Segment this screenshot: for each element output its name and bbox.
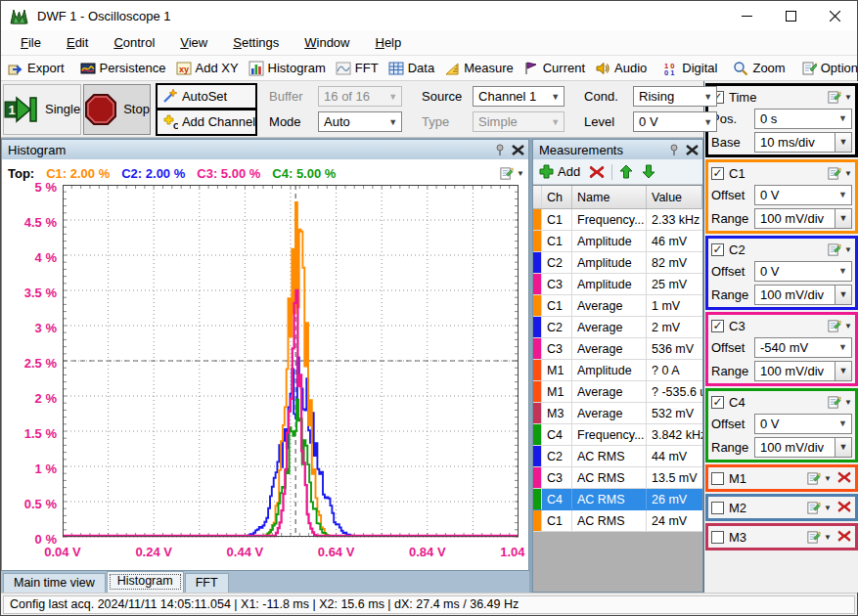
buffer-select[interactable]: 16 of 16▼ [318,86,402,107]
move-up-icon[interactable] [617,163,635,180]
measurement-row[interactable]: C2AC RMS44 mV [533,446,702,467]
properties-icon[interactable]: ▼ [826,166,852,181]
c3-range-select[interactable]: 100 mV/div▼ [754,361,852,381]
chevron-down-icon[interactable]: ▼ [824,504,832,512]
properties-icon[interactable]: ▼ [826,395,852,410]
level-select[interactable]: 0 V▼ [633,111,717,132]
condition-select[interactable]: Rising▼ [633,86,717,107]
menu-file[interactable]: File [9,31,53,54]
chevron-down-icon[interactable]: ▼ [824,474,832,483]
tab-histogram[interactable]: Histogram [107,571,184,593]
chevron-down-icon[interactable]: ▼ [835,286,851,304]
menu-window[interactable]: Window [293,31,361,54]
close-icon[interactable] [813,1,857,30]
menu-edit[interactable]: Edit [55,31,100,54]
measurement-row[interactable]: M1Average? -535.6 uA [533,381,702,403]
chevron-down-icon[interactable]: ▼ [835,133,851,152]
delete-measurement-icon[interactable] [587,164,607,180]
chevron-down-icon[interactable]: ▼ [838,190,851,199]
col-value[interactable]: Value [647,186,702,208]
c4-offset-select[interactable]: 0 V▼ [754,414,852,434]
col-ch[interactable]: Ch [542,186,572,208]
chevron-down-icon[interactable]: ▼ [838,113,851,123]
chevron-down-icon[interactable]: ▼ [835,209,851,228]
measurement-row[interactable]: C4Frequency...3.842 kHz [533,424,702,446]
source-select[interactable]: Channel 1▼ [473,86,564,107]
toolbar-digital-button[interactable]: 1 00 1Digital [657,59,722,78]
properties-icon[interactable]: ▼ [805,471,832,486]
measurement-row[interactable]: C2Average2 mV [533,317,702,338]
measurement-row[interactable]: C2Amplitude82 mV [533,252,702,274]
chevron-down-icon[interactable]: ▼ [844,245,852,254]
measurement-row[interactable]: C1AC RMS24 mV [533,510,702,532]
c1-range-select[interactable]: 100 mV/div▼ [754,208,852,229]
menu-help[interactable]: Help [363,31,413,54]
m1-checkbox[interactable] [711,472,724,485]
c2-checkbox[interactable]: ✓ [711,243,724,256]
chevron-down-icon[interactable]: ▼ [838,342,851,352]
measurement-row[interactable]: C3Amplitude25 mV [533,274,702,295]
c3-checkbox[interactable]: ✓ [711,320,724,332]
c1-offset-select[interactable]: 0 V▼ [754,185,852,205]
chevron-down-icon[interactable]: ▼ [844,322,852,330]
chevron-down-icon[interactable]: ▼ [838,266,851,276]
col-name[interactable]: Name [572,186,647,208]
measurement-row[interactable]: M3Average532 mV [533,403,702,424]
m2-checkbox[interactable] [711,502,724,514]
measurement-row[interactable]: C1Amplitude46 mV [533,231,702,252]
toolbar-audio-button[interactable]: Audio [590,59,652,78]
c1-checkbox[interactable]: ✓ [711,167,724,180]
toolbar-current-button[interactable]: Current [519,59,590,78]
maximize-icon[interactable] [769,1,813,30]
measurement-row[interactable]: M1Amplitude? 0 A [533,360,702,381]
add-channel-button[interactable]: C Add Channel [156,109,257,136]
toolbar-options-button[interactable]: Options [796,59,858,78]
chevron-down-icon[interactable]: ▼ [835,438,851,457]
time-pos-select[interactable]: 0 s▼ [754,109,852,129]
properties-icon[interactable]: ▼ [826,319,852,333]
measurement-row[interactable]: C3Average536 mV [533,338,702,360]
autoset-button[interactable]: AutoSet [156,83,257,110]
properties-icon[interactable]: ▼ [805,530,832,545]
c3-offset-select[interactable]: -540 mV▼ [754,337,852,358]
chevron-down-icon[interactable]: ▼ [844,169,852,178]
pin-icon[interactable] [494,144,506,155]
toolbar-fft-button[interactable]: FFT [331,59,384,78]
chevron-down-icon[interactable]: ▼ [844,93,852,102]
mode-select[interactable]: Auto▼ [318,111,402,132]
single-button[interactable]: 1 Single [3,84,81,135]
stop-button[interactable]: Stop [83,84,151,135]
time-base-select[interactable]: 10 ms/div▼ [754,132,852,153]
tab-main-time-view[interactable]: Main time view [3,573,106,593]
c4-checkbox[interactable]: ✓ [711,396,724,409]
measurement-row[interactable]: C4AC RMS26 mV [533,489,702,510]
menu-view[interactable]: View [168,31,219,54]
chevron-down-icon[interactable]: ▼ [517,169,524,178]
menu-settings[interactable]: Settings [221,31,291,54]
properties-icon[interactable]: ▼ [805,501,832,515]
m3-checkbox[interactable] [711,531,724,544]
properties-icon[interactable]: ▼ [826,90,852,105]
toolbar-zoom-button[interactable]: Zoom [728,59,790,78]
minimize-icon[interactable] [725,1,769,30]
pin-icon[interactable] [668,144,680,155]
tab-fft[interactable]: FFT [185,573,229,593]
measurement-row[interactable]: C3AC RMS13.5 mV [533,467,702,489]
toolbar-export-button[interactable]: Export [3,59,69,78]
c4-range-select[interactable]: 100 mV/div▼ [754,437,852,458]
toolbar-data-button[interactable]: Data [384,59,439,78]
remove-icon[interactable] [836,530,852,544]
measurement-row[interactable]: C1Frequency...2.33 kHz [533,209,702,231]
properties-icon[interactable]: ▼ [826,242,852,257]
c2-offset-select[interactable]: 0 V▼ [754,261,852,282]
close-panel-icon[interactable] [512,145,524,155]
type-select[interactable]: Simple▼ [473,111,564,132]
toolbar-measure-button[interactable]: Measure [439,59,519,78]
c2-range-select[interactable]: 100 mV/div▼ [754,285,852,305]
toolbar-histogram-button[interactable]: Histogram [244,59,331,78]
toolbar-persistence-button[interactable]: Persistence [75,59,171,78]
toolbar-addxy-button[interactable]: xyAdd XY [171,59,244,78]
properties-icon[interactable]: ▼ [498,166,524,181]
chevron-down-icon[interactable]: ▼ [824,533,832,542]
chevron-down-icon[interactable]: ▼ [838,418,851,428]
